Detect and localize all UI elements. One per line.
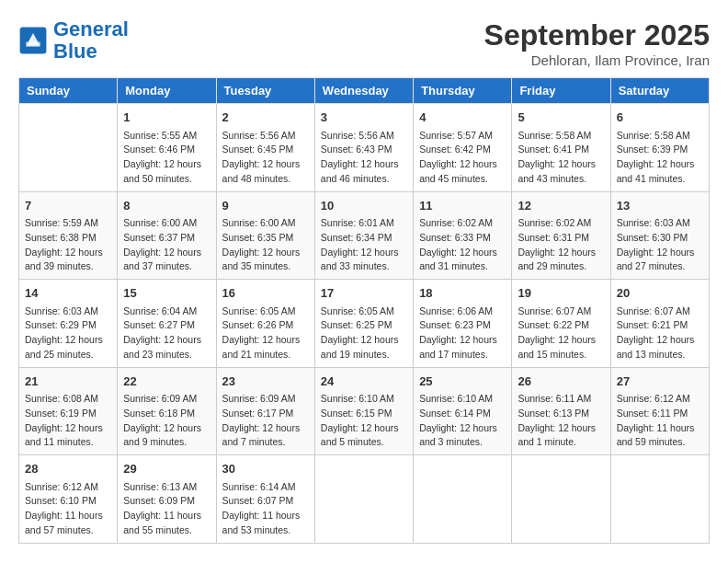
day-number: 22 [123, 373, 210, 391]
location-subtitle: Dehloran, Ilam Province, Iran [484, 52, 710, 68]
day-info: Sunrise: 5:55 AM Sunset: 6:46 PM Dayligh… [123, 129, 210, 187]
month-title: September 2025 [484, 18, 710, 52]
day-info: Sunrise: 5:58 AM Sunset: 6:41 PM Dayligh… [518, 129, 604, 187]
header-monday: Monday [118, 78, 216, 104]
day-number: 16 [222, 284, 309, 303]
day-number: 25 [419, 373, 506, 391]
calendar-cell [512, 455, 610, 544]
day-info: Sunrise: 5:57 AM Sunset: 6:42 PM Dayligh… [419, 129, 506, 187]
calendar-week-5: 28Sunrise: 6:12 AM Sunset: 6:10 PM Dayli… [19, 455, 710, 544]
day-number: 17 [321, 284, 407, 303]
day-number: 5 [518, 109, 604, 127]
day-info: Sunrise: 6:01 AM Sunset: 6:34 PM Dayligh… [321, 216, 407, 274]
calendar-cell: 3Sunrise: 5:56 AM Sunset: 6:43 PM Daylig… [314, 104, 413, 192]
calendar-cell: 22Sunrise: 6:09 AM Sunset: 6:18 PM Dayli… [118, 367, 216, 455]
day-info: Sunrise: 6:06 AM Sunset: 6:23 PM Dayligh… [419, 304, 506, 362]
day-info: Sunrise: 6:12 AM Sunset: 6:11 PM Dayligh… [617, 392, 703, 450]
calendar-cell: 18Sunrise: 6:06 AM Sunset: 6:23 PM Dayli… [414, 280, 512, 368]
day-info: Sunrise: 6:11 AM Sunset: 6:13 PM Dayligh… [518, 392, 604, 450]
logo-line1: General [53, 17, 129, 40]
calendar-cell: 8Sunrise: 6:00 AM Sunset: 6:37 PM Daylig… [118, 191, 216, 280]
calendar-cell: 11Sunrise: 6:02 AM Sunset: 6:33 PM Dayli… [414, 191, 512, 280]
day-number: 30 [222, 460, 309, 478]
day-info: Sunrise: 6:05 AM Sunset: 6:26 PM Dayligh… [222, 304, 309, 362]
day-number: 7 [25, 197, 111, 215]
day-info: Sunrise: 5:56 AM Sunset: 6:45 PM Dayligh… [222, 129, 309, 187]
day-info: Sunrise: 6:07 AM Sunset: 6:22 PM Dayligh… [518, 304, 604, 362]
header-wednesday: Wednesday [314, 78, 413, 104]
day-info: Sunrise: 6:03 AM Sunset: 6:29 PM Dayligh… [25, 304, 111, 362]
calendar-cell [414, 455, 512, 544]
header-sunday: Sunday [19, 78, 118, 104]
day-number: 24 [321, 373, 407, 391]
day-info: Sunrise: 6:14 AM Sunset: 6:07 PM Dayligh… [222, 480, 309, 538]
day-number: 26 [518, 373, 604, 391]
calendar-cell: 27Sunrise: 6:12 AM Sunset: 6:11 PM Dayli… [610, 367, 709, 455]
calendar-cell: 29Sunrise: 6:13 AM Sunset: 6:09 PM Dayli… [118, 455, 216, 544]
calendar-cell: 20Sunrise: 6:07 AM Sunset: 6:21 PM Dayli… [610, 280, 709, 368]
logo-text: General Blue [53, 18, 129, 63]
day-number: 8 [123, 197, 210, 215]
day-number: 23 [222, 373, 309, 391]
day-number: 3 [321, 109, 407, 127]
day-info: Sunrise: 6:02 AM Sunset: 6:33 PM Dayligh… [419, 216, 506, 274]
day-info: Sunrise: 6:10 AM Sunset: 6:15 PM Dayligh… [321, 392, 407, 450]
day-info: Sunrise: 6:05 AM Sunset: 6:25 PM Dayligh… [321, 304, 407, 362]
calendar-cell: 19Sunrise: 6:07 AM Sunset: 6:22 PM Dayli… [512, 280, 610, 368]
calendar-cell: 6Sunrise: 5:58 AM Sunset: 6:39 PM Daylig… [610, 104, 709, 192]
day-info: Sunrise: 5:59 AM Sunset: 6:38 PM Dayligh… [25, 216, 111, 274]
day-number: 29 [123, 460, 210, 478]
header-tuesday: Tuesday [216, 78, 314, 104]
header-thursday: Thursday [414, 78, 512, 104]
day-info: Sunrise: 6:12 AM Sunset: 6:10 PM Dayligh… [25, 480, 111, 538]
day-number: 12 [518, 197, 604, 215]
day-info: Sunrise: 6:09 AM Sunset: 6:18 PM Dayligh… [123, 392, 210, 450]
calendar-week-2: 7Sunrise: 5:59 AM Sunset: 6:38 PM Daylig… [19, 191, 710, 280]
calendar-cell: 13Sunrise: 6:03 AM Sunset: 6:30 PM Dayli… [610, 191, 709, 280]
calendar-cell: 15Sunrise: 6:04 AM Sunset: 6:27 PM Dayli… [118, 280, 216, 368]
day-info: Sunrise: 6:09 AM Sunset: 6:17 PM Dayligh… [222, 392, 309, 450]
day-number: 6 [617, 109, 703, 127]
calendar-cell: 26Sunrise: 6:11 AM Sunset: 6:13 PM Dayli… [512, 367, 610, 455]
day-info: Sunrise: 6:03 AM Sunset: 6:30 PM Dayligh… [617, 216, 703, 274]
title-block: September 2025 Dehloran, Ilam Province, … [484, 18, 710, 68]
day-info: Sunrise: 6:10 AM Sunset: 6:14 PM Dayligh… [419, 392, 506, 450]
calendar-cell: 16Sunrise: 6:05 AM Sunset: 6:26 PM Dayli… [216, 280, 314, 368]
day-number: 28 [25, 460, 111, 478]
calendar-cell: 5Sunrise: 5:58 AM Sunset: 6:41 PM Daylig… [512, 104, 610, 192]
day-number: 10 [321, 197, 407, 215]
calendar-week-3: 14Sunrise: 6:03 AM Sunset: 6:29 PM Dayli… [19, 280, 710, 368]
calendar-cell: 1Sunrise: 5:55 AM Sunset: 6:46 PM Daylig… [118, 104, 216, 192]
day-number: 19 [518, 284, 604, 303]
day-number: 15 [123, 284, 210, 303]
day-info: Sunrise: 5:56 AM Sunset: 6:43 PM Dayligh… [321, 129, 407, 187]
calendar-cell: 25Sunrise: 6:10 AM Sunset: 6:14 PM Dayli… [414, 367, 512, 455]
day-number: 27 [617, 373, 703, 391]
day-info: Sunrise: 6:00 AM Sunset: 6:35 PM Dayligh… [222, 216, 309, 274]
calendar-cell: 4Sunrise: 5:57 AM Sunset: 6:42 PM Daylig… [414, 104, 512, 192]
svg-rect-2 [26, 42, 40, 45]
day-number: 20 [617, 284, 703, 303]
day-info: Sunrise: 6:07 AM Sunset: 6:21 PM Dayligh… [617, 304, 703, 362]
calendar-cell: 2Sunrise: 5:56 AM Sunset: 6:45 PM Daylig… [216, 104, 314, 192]
calendar-cell: 24Sunrise: 6:10 AM Sunset: 6:15 PM Dayli… [314, 367, 413, 455]
day-number: 18 [419, 284, 506, 303]
day-info: Sunrise: 6:08 AM Sunset: 6:19 PM Dayligh… [25, 392, 111, 450]
day-number: 4 [419, 109, 506, 127]
calendar-cell: 30Sunrise: 6:14 AM Sunset: 6:07 PM Dayli… [216, 455, 314, 544]
day-number: 13 [617, 197, 703, 215]
day-number: 2 [222, 109, 309, 127]
calendar-table: SundayMondayTuesdayWednesdayThursdayFrid… [18, 77, 710, 544]
calendar-cell: 28Sunrise: 6:12 AM Sunset: 6:10 PM Dayli… [19, 455, 118, 544]
calendar-cell: 14Sunrise: 6:03 AM Sunset: 6:29 PM Dayli… [19, 280, 118, 368]
calendar-cell [19, 104, 118, 192]
logo-icon [18, 26, 48, 55]
calendar-cell [610, 455, 709, 544]
day-info: Sunrise: 6:00 AM Sunset: 6:37 PM Dayligh… [123, 216, 210, 274]
calendar-week-1: 1Sunrise: 5:55 AM Sunset: 6:46 PM Daylig… [19, 104, 710, 192]
page-header: General Blue September 2025 Dehloran, Il… [18, 18, 710, 68]
day-info: Sunrise: 6:13 AM Sunset: 6:09 PM Dayligh… [123, 480, 210, 538]
day-number: 21 [25, 373, 111, 391]
calendar-week-4: 21Sunrise: 6:08 AM Sunset: 6:19 PM Dayli… [19, 367, 710, 455]
day-info: Sunrise: 5:58 AM Sunset: 6:39 PM Dayligh… [617, 129, 703, 187]
